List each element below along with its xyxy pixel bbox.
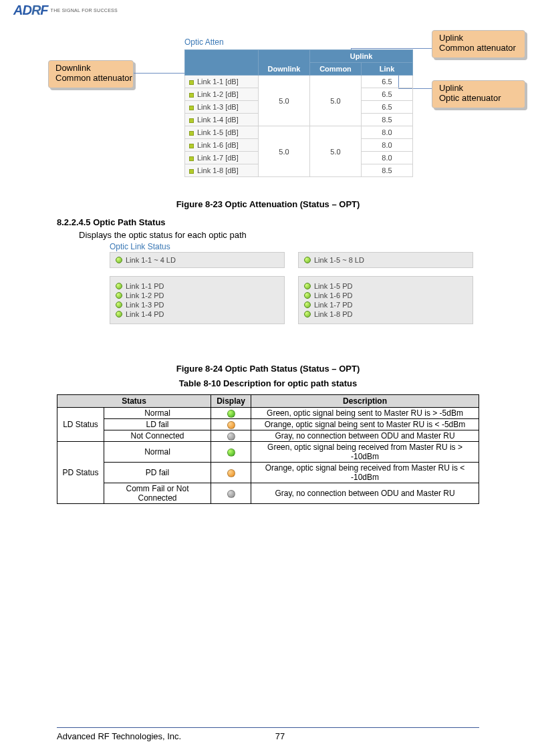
atten-link-val: 8.0 <box>362 152 413 164</box>
atten-link-val: 6.5 <box>362 76 413 88</box>
status-name: Normal <box>104 442 211 463</box>
led-icon <box>304 292 311 299</box>
atten-link-label: Link 1-6 [dB] <box>185 139 259 152</box>
led-icon <box>116 257 122 263</box>
ols-label: Link 1-3 PD <box>126 301 164 309</box>
status-description: Green, optic signal being received from … <box>251 442 479 463</box>
page-footer: Advanced RF Technologies, Inc. 77 <box>57 731 479 741</box>
footer-page-number: 77 <box>81 731 479 741</box>
status-group: PD Status <box>57 442 104 504</box>
atten-link-label: Link 1-7 [dB] <box>185 152 259 164</box>
atten-link-label: Link 1-4 [dB] <box>185 114 259 126</box>
atten-hdr-uplink: Uplink <box>310 50 413 63</box>
status-row: LD failOrange, optic signal being sent t… <box>57 419 479 430</box>
status-led-icon <box>227 421 235 429</box>
led-icon <box>116 301 122 308</box>
status-led-icon <box>227 490 235 498</box>
callout-uplink-optic: Uplink Optic attenuator <box>432 80 525 108</box>
callout-uplink-common: Uplink Common attenuator <box>432 30 525 58</box>
ols-pd-item: Link 1-5 PD <box>304 282 467 290</box>
status-group: LD Status <box>57 408 104 442</box>
status-description: Orange, optic signal being sent to Maste… <box>251 419 479 430</box>
status-led-icon <box>227 410 235 418</box>
status-display <box>211 430 251 442</box>
callout-line: Uplink <box>439 33 518 43</box>
status-led-icon <box>227 432 235 440</box>
figure-caption-8-23: Figure 8-23 Optic Attenuation (Status – … <box>0 199 536 209</box>
atten-link-val: 8.0 <box>362 139 413 152</box>
status-display <box>211 463 251 483</box>
atten-link-val: 8.5 <box>362 164 413 177</box>
atten-link-label: Link 1-8 [dB] <box>185 164 259 177</box>
ols-label: Link 1-1 PD <box>126 282 164 290</box>
optic-atten-panel: Optic Atten Downlink Uplink Common Link … <box>184 37 413 177</box>
atten-link-label: Link 1-2 [dB] <box>185 88 259 101</box>
status-name: PD fail <box>104 463 211 483</box>
callout-line: Downlink <box>55 64 126 74</box>
atten-row: Link 1-5 [dB]5.05.08.0 <box>185 126 413 139</box>
th-display: Display <box>211 395 251 408</box>
atten-link-label: Link 1-3 [dB] <box>185 101 259 114</box>
footer-divider <box>57 727 479 728</box>
th-status: Status <box>57 395 211 408</box>
led-icon <box>116 311 122 318</box>
status-row: PD StatusNormalGreen, optic signal being… <box>57 442 479 463</box>
atten-link-val: 8.5 <box>362 114 413 126</box>
atten-hdr-link: Link <box>362 63 413 76</box>
ols-label: Link 1-5 PD <box>314 282 352 290</box>
status-name: Normal <box>104 408 211 419</box>
led-icon <box>304 311 311 318</box>
led-icon <box>116 292 122 299</box>
status-display <box>211 442 251 463</box>
atten-hdr-common: Common <box>310 63 362 76</box>
led-icon <box>304 301 311 308</box>
status-name: Not Connected <box>104 430 211 442</box>
ols-label: Link 1-2 PD <box>126 291 164 299</box>
logo-tagline: THE SIGNAL FOR SUCCESS <box>51 8 118 13</box>
table-caption-8-10: Table 8-10 Description for optic path st… <box>0 378 536 388</box>
ols-pd-item: Link 1-1 PD <box>116 282 279 290</box>
led-icon <box>304 283 311 289</box>
status-display <box>211 419 251 430</box>
ols-pd-group-a: Link 1-1 PDLink 1-2 PDLink 1-3 PDLink 1-… <box>110 276 285 324</box>
ols-label: Link 1-5 ~ 8 LD <box>314 256 364 264</box>
atten-common-val: 5.0 <box>310 126 362 177</box>
callout-line: Common attenuator <box>55 74 126 84</box>
status-led-icon <box>227 449 235 457</box>
status-desc-table-wrap: Status Display Description LD StatusNorm… <box>57 394 479 504</box>
status-name: LD fail <box>104 419 211 430</box>
status-row: Comm Fail or Not ConnectedGray, no conne… <box>57 483 479 504</box>
status-desc-table: Status Display Description LD StatusNorm… <box>57 394 479 504</box>
status-led-icon <box>227 469 235 477</box>
ols-pd-item: Link 1-6 PD <box>304 291 467 299</box>
status-description: Gray, no connection between ODU and Mast… <box>251 430 479 442</box>
optic-link-status-panel: Optic Link Status Link 1-1 ~ 4 LD Link 1… <box>110 242 480 330</box>
ols-label: Link 1-1 ~ 4 LD <box>126 256 176 264</box>
callout-line: Optic attenuator <box>439 94 518 104</box>
ols-pd-item: Link 1-8 PD <box>304 310 467 318</box>
atten-common-val: 5.0 <box>310 76 362 126</box>
status-description: Green, optic signal being sent to Master… <box>251 408 479 419</box>
led-icon <box>116 283 122 289</box>
logo-mark: ADRF <box>13 3 48 18</box>
status-row: PD failOrange, optic signal being receiv… <box>57 463 479 483</box>
ols-label: Link 1-7 PD <box>314 301 352 309</box>
section-description: Displays the optic status for each optic… <box>79 230 247 240</box>
ols-ld-group-b: Link 1-5 ~ 8 LD <box>298 252 473 268</box>
ols-pd-item: Link 1-3 PD <box>116 301 279 309</box>
atten-link-val: 6.5 <box>362 88 413 101</box>
led-icon <box>304 257 311 263</box>
atten-link-label: Link 1-5 [dB] <box>185 126 259 139</box>
callout-line: Uplink <box>439 84 518 94</box>
brand-logo: ADRF THE SIGNAL FOR SUCCESS <box>13 3 118 18</box>
callout-downlink-common: Downlink Common attenuator <box>48 60 134 88</box>
ols-pd-item: Link 1-7 PD <box>304 301 467 309</box>
atten-downlink-val: 5.0 <box>259 126 310 177</box>
optic-atten-table: Downlink Uplink Common Link Link 1-1 [dB… <box>184 49 413 177</box>
ols-pd-group-b: Link 1-5 PDLink 1-6 PDLink 1-7 PDLink 1-… <box>298 276 473 324</box>
th-desc: Description <box>251 395 479 408</box>
status-row: LD StatusNormalGreen, optic signal being… <box>57 408 479 419</box>
atten-link-label: Link 1-1 [dB] <box>185 76 259 88</box>
status-display <box>211 408 251 419</box>
optic-atten-title: Optic Atten <box>184 37 413 47</box>
